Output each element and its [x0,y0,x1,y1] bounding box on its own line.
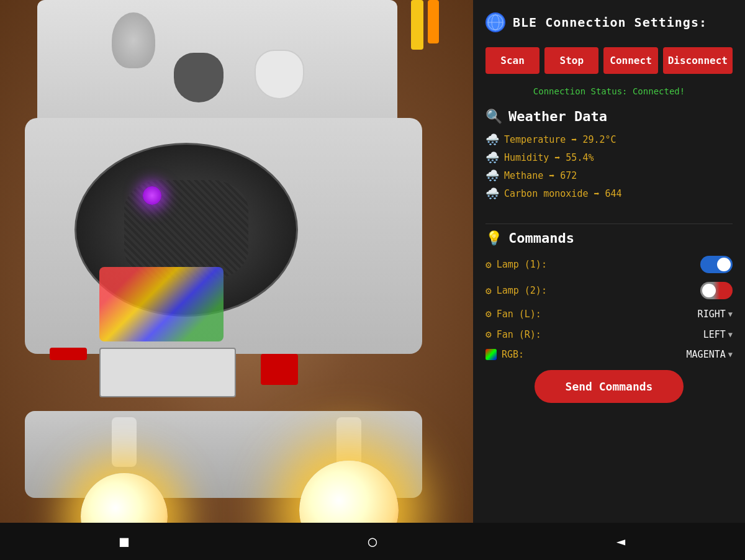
temperature-icon: 🌨️ [485,133,499,146]
rgb-dropdown-arrow: ▼ [728,350,733,359]
fan-r-row: ⚙️ Fan (R): LEFT ▼ [485,328,733,340]
top-shelf [37,0,397,137]
lamp2-gear-icon: ⚙️ [485,285,492,297]
rgb-value[interactable]: MAGENTA ▼ [687,349,733,360]
methane-label: Methane ➡ 672 [504,170,577,181]
fan-r-dropdown-arrow: ▼ [728,330,733,339]
fan-r-gear-icon: ⚙️ [485,328,492,340]
ble-header: BLE Connection Settings: [485,12,733,32]
temperature-row: 🌨️ Temperature ➡ 29.2°C [485,133,733,146]
commands-header: 💡 Commands [485,230,733,246]
fan-l-value-text: RIGHT [698,309,726,320]
lamp2-text: Lamp (2): [497,285,547,296]
methane-row: 🌨️ Methane ➡ 672 [485,169,733,182]
photo-panel [0,0,473,560]
commands-section: 💡 Commands ⚙️ Lamp (1): ⚙️ Lamp (2): [485,230,733,560]
photo-background [0,0,473,560]
fan-r-value[interactable]: LEFT ▼ [703,329,733,340]
lamp-right-stem [336,417,361,467]
lamp1-toggle-track [700,256,733,273]
carbon-monoxide-icon: 🌨️ [485,187,499,200]
red-connector [50,348,87,360]
weather-title: Weather Data [508,109,607,124]
disconnect-button[interactable]: Disconnect [663,47,733,74]
nav-back-icon[interactable]: ◄ [592,528,650,555]
cable-yellow [411,0,423,50]
scan-button[interactable]: Scan [485,47,540,74]
purple-led [143,186,161,205]
ble-buttons: Scan Stop Connect Disconnect [485,47,733,74]
lamp2-toggle-knob [702,284,716,297]
temperature-label: Temperature ➡ 29.2°C [504,134,616,145]
humidity-label: Humidity ➡ 55.4% [504,152,594,163]
fan-r-value-text: LEFT [703,329,726,340]
lamp2-toggle[interactable] [700,282,733,299]
darth-mask [174,53,224,102]
fan-r-text: Fan (R): [497,329,541,340]
weather-section: 🔍 Weather Data 🌨️ Temperature ➡ 29.2°C 🌨… [485,109,733,205]
cable-orange [428,0,439,43]
nav-square-icon[interactable]: ■ [95,528,153,555]
rgb-icon [485,349,497,360]
fan-l-text: Fan (L): [497,309,541,320]
yoda-figure [112,12,155,68]
fan-l-gear-icon: ⚙️ [485,308,492,320]
commands-title: Commands [508,230,574,246]
bottom-nav: ■ ○ ◄ [0,523,745,560]
lamp2-row: ⚙️ Lamp (2): [485,282,733,299]
lamp1-text: Lamp (1): [497,259,547,270]
connect-button[interactable]: Connect [603,47,657,74]
rgb-text: RGB: [502,349,524,360]
fan-l-row: ⚙️ Fan (L): RIGHT ▼ [485,308,733,320]
rgb-label: RGB: [485,349,524,360]
carbon-monoxide-label: Carbon monoxide ➡ 644 [504,188,622,199]
stop-button[interactable]: Stop [544,47,598,74]
ble-title: BLE Connection Settings: [513,15,707,30]
nav-home-icon[interactable]: ○ [343,528,402,555]
commands-icon: 💡 [485,230,502,246]
humidity-row: 🌨️ Humidity ➡ 55.4% [485,151,733,164]
fan-l-value[interactable]: RIGHT ▼ [698,309,733,320]
right-panel: BLE Connection Settings: Scan Stop Conne… [473,0,745,560]
wires-cluster [99,267,224,341]
connection-status: Connection Status: Connected! [485,86,733,96]
lamp1-row: ⚙️ Lamp (1): [485,256,733,273]
fan-l-dropdown-arrow: ▼ [728,310,733,318]
methane-icon: 🌨️ [485,169,499,182]
lamp1-gear-icon: ⚙️ [485,259,492,271]
stormtrooper-mask [255,50,304,99]
lamp1-toggle-knob [717,258,731,271]
epaper-display [99,348,236,397]
bluetooth-icon [485,12,505,32]
lamp2-label: ⚙️ Lamp (2): [485,285,547,297]
lamp1-toggle[interactable] [700,256,733,273]
divider-1 [485,224,733,224]
lamp2-toggle-track [700,282,733,299]
fan-l-label: ⚙️ Fan (L): [485,308,541,320]
rgb-row: RGB: MAGENTA ▼ [485,349,733,360]
fan-r-label: ⚙️ Fan (R): [485,328,541,340]
send-commands-button[interactable]: Send Commands [535,370,684,403]
rgb-value-text: MAGENTA [687,349,726,360]
red-switches [261,354,298,385]
weather-header: 🔍 Weather Data [485,109,733,124]
carbon-monoxide-row: 🌨️ Carbon monoxide ➡ 644 [485,187,733,200]
lamp-left-stem [112,417,137,467]
weather-icon: 🔍 [485,109,502,124]
humidity-icon: 🌨️ [485,151,499,164]
lamp1-label: ⚙️ Lamp (1): [485,259,547,271]
